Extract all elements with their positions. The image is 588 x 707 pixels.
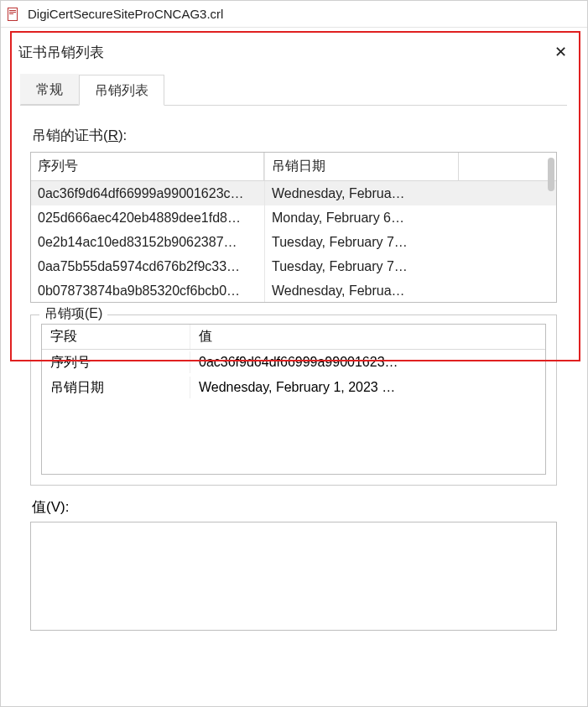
list-header[interactable]: 序列号 吊销日期 <box>31 153 556 181</box>
revoked-list-label: 吊销的证书(R): <box>32 126 557 145</box>
list-header[interactable]: 字段 值 <box>42 325 545 350</box>
cell-date: Wednesday, Februa… <box>264 181 459 206</box>
label-hotkey: E <box>89 306 98 320</box>
titlebar[interactable]: DigiCertSecureSiteProCNCAG3.crl <box>1 1 587 28</box>
label-text: ): <box>118 127 127 143</box>
cell-serial: 0e2b14ac10ed83152b9062387… <box>31 230 264 255</box>
cell-date: Tuesday, February 7… <box>264 254 459 279</box>
label-text: 值( <box>32 499 51 515</box>
label-text: ) <box>98 306 102 320</box>
cell-date: Wednesday, Februa… <box>264 278 459 304</box>
label-text: 吊销的证书( <box>32 127 108 143</box>
entry-legend: 吊销项(E) <box>39 305 107 323</box>
list-row[interactable]: 吊销日期 Wednesday, February 1, 2023 … <box>42 375 545 400</box>
label-text: 吊销项( <box>44 306 89 320</box>
list-body: 0ac36f9d64df66999a99001623c… Wednesday, … <box>31 181 556 303</box>
cell-value: 0ac36f9d64df66999a99001623… <box>190 351 545 373</box>
column-header-date[interactable]: 吊销日期 <box>264 153 459 180</box>
cell-serial: 0b07873874ba9b85320cf6bcb0… <box>31 278 264 304</box>
svg-rect-2 <box>9 12 16 13</box>
cell-value: Wednesday, February 1, 2023 … <box>190 377 545 398</box>
revocation-entry-group: 吊销项(E) 字段 值 序列号 0ac36f9d64df66999a990016… <box>30 315 557 486</box>
list-row[interactable]: 0ac36f9d64df66999a99001623c… Wednesday, … <box>31 181 556 205</box>
list-row[interactable]: 0b07873874ba9b85320cf6bcb0… Wednesday, F… <box>31 278 556 303</box>
column-header-serial[interactable]: 序列号 <box>31 153 264 180</box>
svg-rect-3 <box>9 13 13 14</box>
cell-field: 序列号 <box>42 351 190 375</box>
dialog-header: 证书吊销列表 ✕ <box>10 36 577 65</box>
revoked-certificates-list[interactable]: 序列号 吊销日期 0ac36f9d64df66999a99001623c… We… <box>30 152 557 303</box>
close-icon[interactable]: ✕ <box>549 41 572 63</box>
tab-strip: 常规 吊销列表 <box>20 71 567 105</box>
crl-viewer-window: DigiCertSecureSiteProCNCAG3.crl 证书吊销列表 ✕… <box>0 0 588 707</box>
value-textbox[interactable] <box>30 522 557 631</box>
label-text: ): <box>60 499 69 515</box>
list-row[interactable]: 025d666aec420eb4889dee1fd8… Monday, Febr… <box>31 205 556 230</box>
crl-dialog: 证书吊销列表 ✕ 常规 吊销列表 吊销的证书(R): 序列号 吊销日期 <box>10 36 577 701</box>
cell-serial: 0aa75b55da5974cd676b2f9c33… <box>31 254 264 279</box>
tab-panel-revocation: 吊销的证书(R): 序列号 吊销日期 0ac36f9d64df66999a990… <box>20 105 567 641</box>
window-title: DigiCertSecureSiteProCNCAG3.crl <box>28 7 223 21</box>
entry-fields-list[interactable]: 字段 值 序列号 0ac36f9d64df66999a99001623… 吊销日… <box>41 324 546 475</box>
column-header-value[interactable]: 值 <box>190 325 545 349</box>
cell-field: 吊销日期 <box>42 376 190 400</box>
certificate-file-icon <box>6 7 21 22</box>
svg-rect-1 <box>9 10 16 11</box>
cell-serial: 0ac36f9d64df66999a99001623c… <box>31 181 264 206</box>
label-hotkey: R <box>108 127 118 143</box>
dialog-title: 证书吊销列表 <box>18 43 104 62</box>
cell-date: Tuesday, February 7… <box>264 230 459 255</box>
cell-serial: 025d666aec420eb4889dee1fd8… <box>31 205 264 231</box>
tab-revocation-list[interactable]: 吊销列表 <box>79 75 164 106</box>
tab-general[interactable]: 常规 <box>20 74 79 105</box>
list-row[interactable]: 0aa75b55da5974cd676b2f9c33… Tuesday, Feb… <box>31 254 556 278</box>
value-label: 值(V): <box>32 497 557 517</box>
cell-date: Monday, February 6… <box>264 205 459 231</box>
column-header-field[interactable]: 字段 <box>42 325 190 349</box>
label-hotkey: V <box>51 499 60 515</box>
list-row[interactable]: 0e2b14ac10ed83152b9062387… Tuesday, Febr… <box>31 230 556 254</box>
scrollbar-thumb[interactable] <box>548 158 554 191</box>
list-row[interactable]: 序列号 0ac36f9d64df66999a99001623… <box>42 350 545 375</box>
